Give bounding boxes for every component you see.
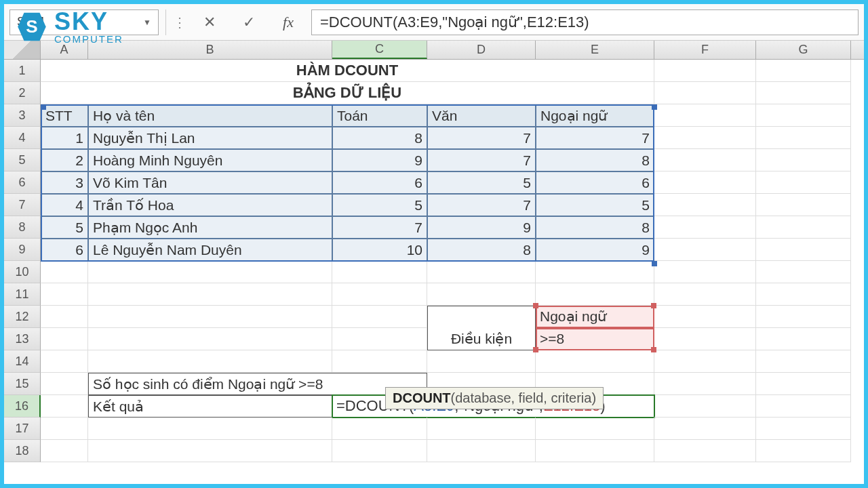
cell[interactable] [756,60,851,82]
cell[interactable] [427,283,536,306]
cell[interactable] [756,283,851,306]
cell[interactable]: 7 [536,127,654,149]
cell[interactable] [654,418,756,440]
col-header-C[interactable]: C [332,41,427,59]
cell[interactable] [332,261,427,283]
row-header-8[interactable]: 8 [4,216,41,239]
cell[interactable]: 5 [332,194,427,216]
col-header-F[interactable]: F [654,41,756,59]
cell[interactable] [41,440,88,462]
cell[interactable] [41,418,88,440]
cell[interactable] [654,104,756,127]
cell[interactable] [654,395,756,418]
row-header-5[interactable]: 5 [4,149,41,171]
cell[interactable] [756,328,851,350]
cell[interactable] [88,283,332,306]
cell[interactable] [654,82,756,104]
row-header-4[interactable]: 4 [4,127,41,149]
cell[interactable] [332,350,427,373]
cell[interactable] [536,440,654,462]
cell[interactable] [756,216,851,239]
col-header-E[interactable]: E [536,41,654,59]
cell[interactable]: Văn [427,104,536,127]
cell[interactable]: 7 [427,194,536,216]
cell[interactable] [41,328,88,350]
cell[interactable] [427,440,536,462]
col-header-G[interactable]: G [756,41,851,59]
cell[interactable] [427,350,536,373]
criteria-header[interactable]: Ngoại ngữ [536,306,654,328]
enter-icon[interactable]: ✓ [239,13,258,32]
cell[interactable] [41,306,88,328]
criteria-value[interactable]: >=8 [536,328,654,350]
cell[interactable]: 9 [427,216,536,239]
cell[interactable] [41,261,88,283]
cell[interactable] [427,261,536,283]
cell[interactable]: 5 [427,171,536,194]
criteria-label-text[interactable]: Điều kiện [427,328,536,350]
cell[interactable]: 5 [41,216,88,239]
cell[interactable]: 7 [427,149,536,171]
row-header-18[interactable]: 18 [4,440,41,462]
cell[interactable]: 4 [41,194,88,216]
cell[interactable] [654,171,756,194]
cell[interactable] [756,373,851,395]
cell[interactable]: 7 [332,216,427,239]
row-header-9[interactable]: 9 [4,239,41,261]
cell[interactable] [654,127,756,149]
cell[interactable] [332,283,427,306]
cell[interactable]: 9 [536,239,654,261]
result-label[interactable]: Kết quả [88,395,332,418]
cell[interactable] [427,418,536,440]
row-header-15[interactable]: 15 [4,373,41,395]
cell[interactable] [536,261,654,283]
cell[interactable] [332,328,427,350]
cell[interactable] [756,104,851,127]
cell[interactable] [756,82,851,104]
fx-icon[interactable]: fx [279,13,298,32]
row-header-10[interactable]: 10 [4,261,41,283]
cell[interactable] [332,306,427,328]
cell[interactable]: Họ và tên [88,104,332,127]
row-header-1[interactable]: 1 [4,60,41,82]
cell[interactable] [654,328,756,350]
cell[interactable] [654,373,756,395]
cell[interactable]: Hoàng Minh Nguyên [88,149,332,171]
row-header-12[interactable]: 12 [4,306,41,328]
cell[interactable]: STT [41,104,88,127]
cell[interactable] [756,239,851,261]
cell[interactable] [654,261,756,283]
cell[interactable]: Nguyễn Thị Lan [88,127,332,149]
cell[interactable]: 5 [536,194,654,216]
cell[interactable] [654,194,756,216]
cell[interactable] [41,283,88,306]
criteria-label[interactable] [427,306,536,328]
row-header-14[interactable]: 14 [4,350,41,373]
question-text[interactable]: Số học sinh có điểm Ngoại ngữ >=8 [88,373,427,395]
cell[interactable]: 6 [41,239,88,261]
cell[interactable] [654,60,756,82]
cell[interactable] [41,395,88,418]
cell[interactable] [88,261,332,283]
cell[interactable]: 8 [536,216,654,239]
cell[interactable]: 1 [41,127,88,149]
cell[interactable] [536,418,654,440]
title-1[interactable]: HÀM DCOUNT [41,60,654,82]
cell[interactable]: Toán [332,104,427,127]
cell[interactable] [654,239,756,261]
cell[interactable] [654,440,756,462]
cell[interactable]: 6 [332,171,427,194]
cell[interactable]: Võ Kim Tân [88,171,332,194]
row-header-2[interactable]: 2 [4,82,41,104]
cell[interactable] [756,171,851,194]
cell[interactable] [654,350,756,373]
row-header-13[interactable]: 13 [4,328,41,350]
row-header-16[interactable]: 16 [4,395,41,418]
col-header-B[interactable]: B [88,41,332,59]
cell[interactable] [654,216,756,239]
cancel-icon[interactable]: ✕ [200,13,219,32]
cell[interactable]: 10 [332,239,427,261]
cell[interactable] [756,127,851,149]
row-header-11[interactable]: 11 [4,283,41,306]
cell[interactable]: Lê Nguyễn Nam Duyên [88,239,332,261]
